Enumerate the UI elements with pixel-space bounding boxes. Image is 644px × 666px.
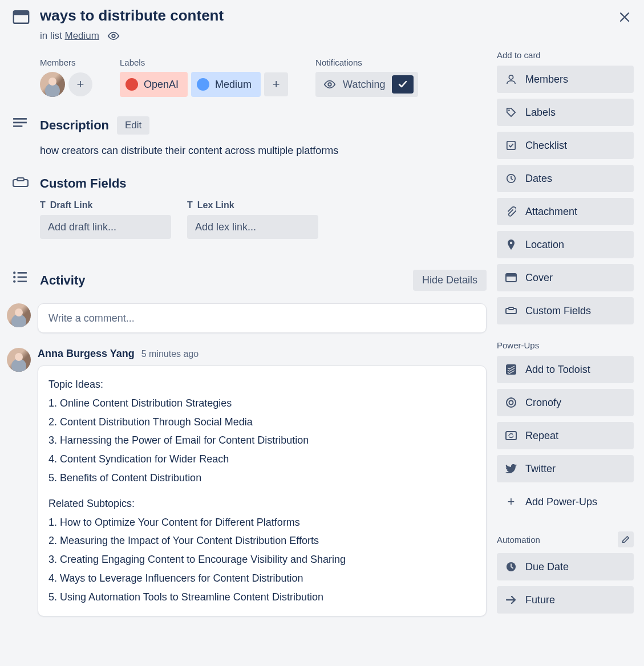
svg-point-2 <box>112 34 115 38</box>
comment-body: Topic Ideas: 1. Online Content Distribut… <box>38 366 487 616</box>
add-to-card-heading: Add to card <box>497 50 634 60</box>
members-group: Members + <box>40 58 92 97</box>
eye-icon <box>107 31 120 40</box>
sidebar-item-label: Add Power-Ups <box>525 496 597 508</box>
cover-icon <box>505 273 517 282</box>
label-medium[interactable]: Medium <box>191 72 261 97</box>
close-button[interactable] <box>615 8 634 26</box>
sidebar-attachment-button[interactable]: Attachment <box>497 198 634 225</box>
sidebar-item-label: Twitter <box>525 463 556 475</box>
todoist-icon <box>505 364 517 375</box>
sidebar-item-label: Cover <box>525 272 553 284</box>
svg-point-25 <box>507 398 516 407</box>
sidebar-item-label: Attachment <box>525 206 577 218</box>
svg-point-16 <box>508 109 510 111</box>
description-text: how creators can distribute their conten… <box>40 145 487 157</box>
plus-icon: + <box>505 494 517 509</box>
sidebar-item-label: Checklist <box>525 140 567 152</box>
description-icon <box>13 117 30 135</box>
card-icon <box>13 10 30 24</box>
custom-field-draft: T Draft Link <box>40 200 171 239</box>
in-list-prefix: in list <box>40 30 64 41</box>
sidebar-future-button[interactable]: Future <box>497 586 634 614</box>
comment-input[interactable] <box>38 303 487 333</box>
list-link[interactable]: Medium <box>64 30 99 41</box>
tag-icon <box>505 107 517 117</box>
draft-link-input[interactable] <box>40 215 171 239</box>
sidebar-members-button[interactable]: Members <box>497 66 634 93</box>
description-heading: Description <box>40 118 109 133</box>
notifications-group: Notifications Watching <box>315 58 418 97</box>
sidebar-twitter-button[interactable]: Twitter <box>497 455 634 482</box>
dot-icon <box>125 78 138 91</box>
current-user-avatar[interactable] <box>7 303 31 327</box>
pencil-icon <box>622 535 630 543</box>
svg-point-9 <box>13 271 15 274</box>
comment-time: 5 minutes ago <box>141 349 199 359</box>
svg-rect-1 <box>14 11 29 15</box>
sidebar-repeat-button[interactable]: Repeat <box>497 422 634 449</box>
svg-point-19 <box>510 242 512 244</box>
custom-fields-icon <box>505 307 517 315</box>
check-icon <box>392 75 414 94</box>
sidebar-location-button[interactable]: Location <box>497 231 634 258</box>
sidebar-checklist-button[interactable]: Checklist <box>497 132 634 159</box>
watching-label: Watching <box>343 79 385 91</box>
lex-link-input[interactable] <box>187 215 318 239</box>
text-icon: T <box>40 200 46 210</box>
paperclip-icon <box>505 206 517 217</box>
sidebar-item-label: Future <box>525 594 555 606</box>
sidebar-item-label: Members <box>525 74 568 86</box>
activity-icon <box>13 271 30 291</box>
checklist-icon <box>505 140 517 151</box>
arrow-right-icon <box>505 596 517 604</box>
sidebar-item-label: Add to Todoist <box>525 364 590 376</box>
person-icon <box>505 74 517 84</box>
repeat-icon <box>505 431 517 440</box>
custom-field-lex: T Lex Link <box>187 200 318 239</box>
sidebar-labels-button[interactable]: Labels <box>497 99 634 126</box>
label-text: OpenAI <box>144 79 179 91</box>
add-member-button[interactable]: + <box>68 72 92 96</box>
svg-point-28 <box>515 404 516 406</box>
sidebar-item-label: Repeat <box>525 430 558 442</box>
sidebar-todoist-button[interactable]: Add to Todoist <box>497 356 634 383</box>
cronofy-icon <box>505 397 517 408</box>
sidebar-add-powerups-button[interactable]: + Add Power-Ups <box>497 488 634 515</box>
clock-icon <box>505 173 517 184</box>
watching-toggle[interactable]: Watching <box>315 72 418 97</box>
hide-details-button[interactable]: Hide Details <box>413 270 487 291</box>
comment-author-avatar[interactable] <box>7 348 31 372</box>
eye-icon <box>323 80 336 89</box>
labels-group: Labels OpenAI Medium + <box>120 58 288 97</box>
label-openai[interactable]: OpenAI <box>120 72 188 97</box>
dot-icon <box>197 78 209 91</box>
sidebar-due-date-button[interactable]: Due Date <box>497 553 634 580</box>
member-avatar[interactable] <box>40 72 65 97</box>
sidebar-dates-button[interactable]: Dates <box>497 165 634 192</box>
comment-author[interactable]: Anna Burgess Yang <box>38 348 135 360</box>
sidebar-item-label: Cronofy <box>525 397 561 409</box>
sidebar-item-label: Dates <box>525 173 552 185</box>
svg-rect-24 <box>506 364 516 375</box>
activity-heading: Activity <box>40 273 85 288</box>
sidebar-item-label: Location <box>525 239 564 251</box>
svg-point-29 <box>507 404 508 406</box>
label-text: Medium <box>215 79 252 91</box>
svg-point-13 <box>13 280 15 282</box>
edit-description-button[interactable]: Edit <box>117 116 149 135</box>
text-icon: T <box>187 200 193 210</box>
svg-rect-21 <box>506 274 516 277</box>
sidebar-custom-fields-button[interactable]: Custom Fields <box>497 297 634 324</box>
add-label-button[interactable]: + <box>264 72 288 96</box>
svg-point-3 <box>328 83 331 86</box>
svg-rect-8 <box>17 178 24 181</box>
sidebar-cronofy-button[interactable]: Cronofy <box>497 389 634 416</box>
sidebar-cover-button[interactable]: Cover <box>497 264 634 291</box>
card-title: ways to distribute content <box>40 7 224 25</box>
svg-point-26 <box>509 401 513 405</box>
custom-fields-icon <box>13 177 30 191</box>
edit-automation-button[interactable] <box>618 531 634 547</box>
notifications-heading: Notifications <box>315 58 418 67</box>
location-icon <box>505 239 517 250</box>
